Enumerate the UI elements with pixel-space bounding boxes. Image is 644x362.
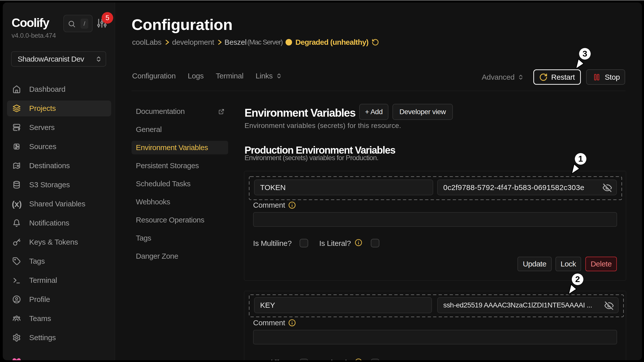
svg-text:3: 3: [583, 49, 587, 58]
svg-text:1: 1: [578, 154, 583, 163]
svg-text:2: 2: [575, 274, 580, 284]
